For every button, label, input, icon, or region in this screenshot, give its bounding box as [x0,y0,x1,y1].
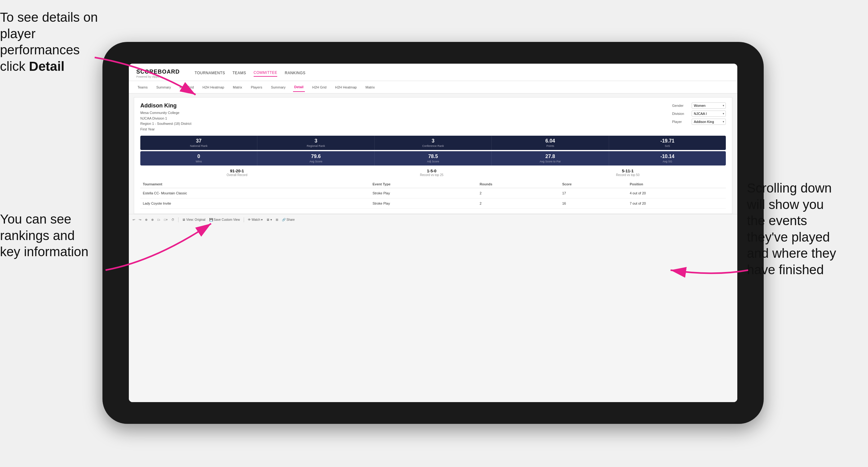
subnav-players[interactable]: Players [250,83,264,92]
toolbar-sep1 [178,217,179,222]
stat-national-rank: 37 National Rank [140,136,257,150]
toolbar-undo[interactable]: ↩ [132,218,135,221]
player-select[interactable]: Addison King [692,119,726,125]
col-event-type: Event Type [370,180,477,188]
player-division: NJCAA Division 1 [140,117,167,120]
stat-avg-score-par-value: 27.8 [493,154,607,159]
table-row: Estella CC- Mountain Classic Stroke Play… [140,188,726,198]
top-nav: SCOREBOARD Powered by clippd TOURNAMENTS… [129,64,737,81]
subnav-h2h-grid2[interactable]: H2H Grid [311,83,328,92]
stat-wins: 0 Wins [140,151,257,165]
toolbar-sep2 [244,217,244,222]
stat-regional-rank-label: Regional Rank [258,145,373,148]
stat-national-rank-label: National Rank [142,145,256,148]
division-select[interactable]: NJCAA I NJCAA II [692,111,726,117]
tournament-table: Tournament Event Type Rounds Score Posit… [140,180,726,209]
subnav-detail[interactable]: Detail [293,83,305,92]
main-content: Addison King Mesa Community College NJCA… [129,93,737,402]
toolbar-remove[interactable]: ⊕ [151,218,154,221]
logo-area: SCOREBOARD Powered by clippd [136,69,180,78]
record-top50: 5-11-1 Record vs top 50 [616,168,640,177]
nav-tournaments[interactable]: TOURNAMENTS [195,71,225,76]
stat-sos-value: -19.71 [610,138,724,144]
player-year: First Year [140,127,155,131]
table-row: Lady Coyote Invite Stroke Play 2 16 7 ou… [140,198,726,209]
toolbar-screen[interactable]: 🖥 ▾ [266,218,272,221]
sub-nav: Teams Summary H2H Grid H2H Heatmap Matri… [129,81,737,93]
division-label: Division [672,112,689,116]
subnav-h2h-grid[interactable]: H2H Grid [178,83,195,92]
nav-teams[interactable]: TEAMS [232,71,246,76]
subnav-h2h-heatmap2[interactable]: H2H Heatmap [334,83,358,92]
subnav-h2h-heatmap[interactable]: H2H Heatmap [201,83,225,92]
toolbar-col-minus[interactable]: □- [157,218,160,221]
toolbar-grid[interactable]: ⊞ [276,218,278,221]
subnav-matrix2[interactable]: Matrix [364,83,376,92]
stat-wins-value: 0 [142,154,256,159]
division-filter-row: Division NJCAA I NJCAA II [672,111,726,117]
player-region: Region 1 - Southwest (18) District [140,122,191,125]
bottom-toolbar: ↩ ↪ ⊕ ⊕ □- □+ ⏱ 🖥 View: Original 💾 Save … [129,214,737,225]
annotation-right: Scrolling down will show you the events … [747,180,865,278]
row1-tournament: Estella CC- Mountain Classic [140,188,370,198]
toolbar-watch[interactable]: 👁 Watch ▾ [248,218,263,221]
stat-avg-sg-label: Avg SG [610,160,724,163]
row2-event-type: Stroke Play [370,198,477,209]
row2-position: 7 out of 20 [627,198,726,209]
stat-wins-label: Wins [142,160,256,163]
nav-committee[interactable]: COMMITTEE [254,70,278,77]
subnav-matrix[interactable]: Matrix [231,83,243,92]
player-name: Addison King [140,102,191,109]
player-label: Player [672,120,689,124]
nav-rankings[interactable]: RANKINGS [285,71,306,76]
stat-points-label: Points [493,145,607,148]
gender-filter-row: Gender Women Men [672,102,726,109]
row1-position: 4 out of 20 [627,188,726,198]
player-header: Addison King Mesa Community College NJCA… [140,102,726,132]
record-top25: 1-5-0 Record vs top 25 [420,168,444,177]
player-filter-row: Player Addison King [672,119,726,125]
toolbar-clock[interactable]: ⏱ [172,218,175,221]
col-tournament: Tournament [140,180,370,188]
tablet-frame: SCOREBOARD Powered by clippd TOURNAMENTS… [102,42,764,424]
stat-sos-label: SoS [610,145,724,148]
col-position: Position [627,180,726,188]
stat-regional-rank: 3 Regional Rank [257,136,374,150]
row2-rounds: 2 [477,198,560,209]
record-overall-value: 91-20-1 [227,168,247,173]
subnav-teams[interactable]: Teams [136,83,149,92]
player-school: Mesa Community College [140,111,180,115]
toolbar-col-plus[interactable]: □+ [164,218,168,221]
row1-score: 17 [560,188,627,198]
stat-avg-score-par: 27.8 Avg Score to Par [492,151,609,165]
toolbar-add[interactable]: ⊕ [145,218,148,221]
stat-adj-score-value: 78.5 [376,154,490,159]
record-top25-value: 1-5-0 [420,168,444,173]
toolbar-view-original[interactable]: 🖥 View: Original [182,218,205,221]
stat-national-rank-value: 37 [142,138,256,144]
subnav-summary2[interactable]: Summary [270,83,287,92]
toolbar-share[interactable]: 🔗 Share [282,218,294,221]
record-top50-label: Record vs top 50 [616,173,640,177]
player-filters: Gender Women Men Division [672,102,726,125]
stat-points: 6.04 Points [492,136,609,150]
stat-conference-rank: 3 Conference Rank [375,136,492,150]
subnav-summary[interactable]: Summary [155,83,172,92]
division-select-wrapper: NJCAA I NJCAA II [692,111,726,117]
row1-rounds: 2 [477,188,560,198]
gender-select[interactable]: Women Men [692,102,726,109]
record-top50-value: 5-11-1 [616,168,640,173]
stat-sos: -19.71 SoS [609,136,726,150]
tablet-screen: SCOREBOARD Powered by clippd TOURNAMENTS… [129,64,737,402]
stat-avg-score: 79.6 Avg Score [257,151,374,165]
record-overall-label: Overall Record [227,173,247,177]
toolbar-redo[interactable]: ↪ [139,218,141,221]
stat-points-value: 6.04 [493,138,607,144]
record-top25-label: Record vs top 25 [420,173,444,177]
stats-row-2: 0 Wins 79.6 Avg Score 78.5 Adj Score 27.… [140,151,726,165]
gender-select-wrapper: Women Men [692,102,726,109]
toolbar-save-custom[interactable]: 💾 Save Custom View [209,218,240,221]
stat-avg-score-value: 79.6 [258,154,373,159]
stat-conference-rank-value: 3 [376,138,490,144]
col-rounds: Rounds [477,180,560,188]
